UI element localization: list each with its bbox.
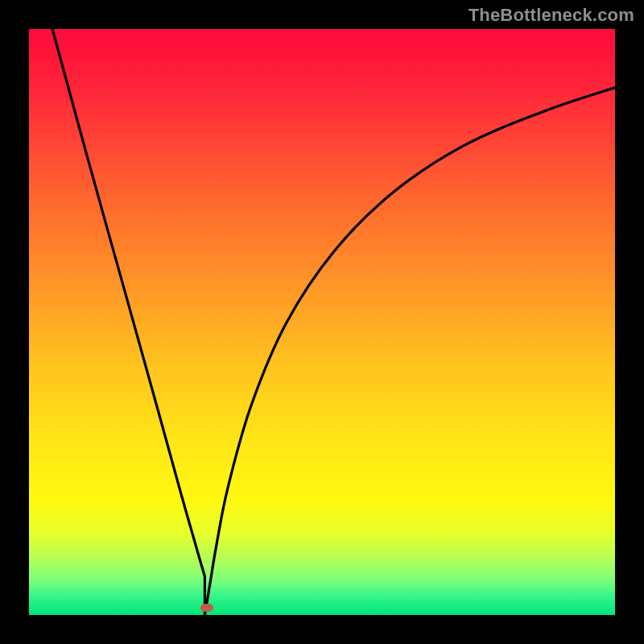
curve-path [52, 29, 615, 615]
chart-frame: TheBottleneck.com [0, 0, 644, 644]
plot-area [29, 29, 615, 615]
optimal-point-marker [200, 604, 213, 612]
attribution-watermark: TheBottleneck.com [469, 5, 634, 26]
bottleneck-curve [29, 29, 615, 615]
